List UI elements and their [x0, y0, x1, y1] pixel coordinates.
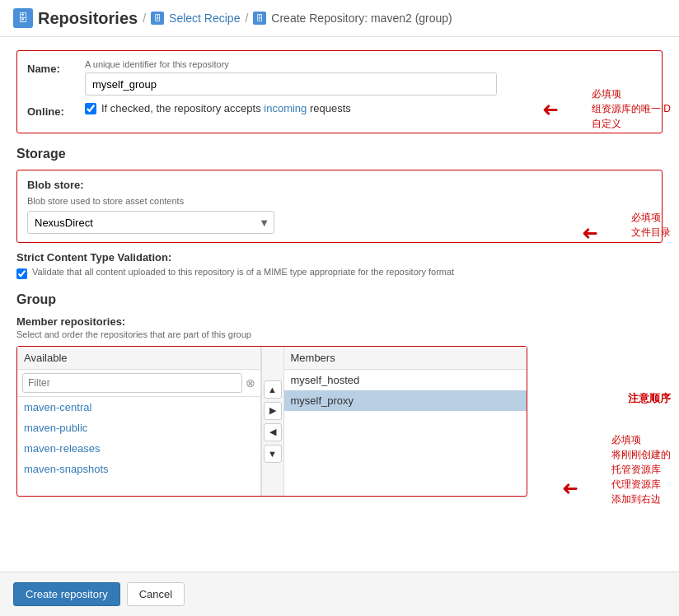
group-title: Group [16, 292, 663, 307]
select-recipe-link[interactable]: Select Recipe [169, 12, 240, 25]
list-item[interactable]: myself_proxy [284, 390, 527, 411]
blob-label: Blob store: [27, 179, 652, 191]
members-panel: Members myself_hosted myself_proxy [284, 347, 527, 496]
validation-checkbox-row: Validate that all content uploaded to th… [16, 267, 663, 279]
blob-select-wrapper: NexusDirect default ▼ [27, 211, 274, 234]
move-up-button[interactable]: ▲ [264, 380, 282, 399]
list-item[interactable]: myself_hosted [284, 370, 527, 390]
available-panel: Available ⊗ maven-central maven-public m… [17, 347, 261, 496]
blob-select[interactable]: NexusDirect default [27, 211, 274, 234]
group-section: Group Member repositories: Select and or… [16, 292, 663, 497]
list-item[interactable]: maven-public [17, 418, 260, 438]
validation-hint: Validate that all content uploaded to th… [32, 267, 454, 277]
validation-checkbox[interactable] [16, 268, 27, 279]
annotation-required-2: 必填项 文件目录 ➜ [631, 210, 671, 240]
repositories-panel: Available ⊗ maven-central maven-public m… [16, 346, 527, 497]
online-field-content: If checked, the repository accepts incom… [85, 102, 652, 114]
select-recipe-icon: 🗄 [151, 12, 164, 25]
filter-row: ⊗ [17, 370, 260, 397]
online-checkbox-row: If checked, the repository accepts incom… [85, 102, 652, 114]
member-list: myself_hosted myself_proxy [284, 370, 527, 485]
available-header: Available [17, 347, 260, 370]
main-content: Name: A unique identifier for this repos… [0, 37, 679, 523]
annotation-order: 注意顺序 [628, 391, 671, 406]
clear-filter-icon[interactable]: ⊗ [246, 377, 255, 389]
member-repositories-label: Member repositories: [16, 315, 663, 328]
member-repositories-hint: Select and order the repositories that a… [16, 329, 663, 339]
members-header: Members [284, 347, 527, 370]
available-repo-list: maven-central maven-public maven-release… [17, 397, 260, 496]
annotation-required-1: 必填项 组资源库的唯一ID 自定义 ➜ [592, 86, 671, 131]
list-item[interactable]: maven-snapshots [17, 459, 260, 479]
validation-title: Strict Content Type Validation: [16, 251, 663, 264]
footer-bar: Create repository Cancel [0, 572, 679, 616]
incoming-link: incoming [264, 102, 307, 114]
name-online-section: Name: A unique identifier for this repos… [16, 50, 663, 133]
transfer-buttons: ▲ ▶ ◀ ▼ [261, 347, 284, 496]
online-hint: If checked, the repository accepts incom… [101, 102, 351, 114]
main-db-icon: 🗄 [13, 8, 33, 28]
breadcrumb-bar: 🗄 Repositories / 🗄 Select Recipe / 🗄 Cre… [0, 0, 679, 37]
create-repo-icon: 🗄 [253, 12, 266, 25]
name-label: Name: [27, 59, 85, 75]
breadcrumb-current: Create Repository: maven2 (group) [271, 12, 452, 25]
validation-box: Strict Content Type Validation: Validate… [16, 251, 663, 279]
sep2: / [245, 12, 248, 25]
name-hint: A unique identifier for this repository [85, 59, 652, 69]
move-down-button[interactable]: ▼ [264, 445, 282, 463]
move-right-button[interactable]: ▶ [264, 402, 282, 420]
blob-store-box: Blob store: Blob store used to store ass… [16, 170, 663, 243]
list-item[interactable]: maven-central [17, 397, 260, 418]
name-input[interactable] [85, 72, 497, 96]
breadcrumb-title: Repositories [38, 9, 138, 28]
sep1: / [143, 12, 146, 25]
storage-section: Storage Blob store: Blob store used to s… [16, 147, 663, 279]
filter-input[interactable] [22, 373, 242, 393]
blob-hint: Blob store used to store asset contents [27, 196, 652, 206]
online-checkbox[interactable] [85, 103, 96, 114]
name-field-row: Name: A unique identifier for this repos… [27, 59, 652, 96]
page-wrapper: 🗄 Repositories / 🗄 Select Recipe / 🗄 Cre… [0, 0, 679, 616]
name-field-content: A unique identifier for this repository [85, 59, 652, 96]
cancel-button[interactable]: Cancel [127, 582, 185, 606]
storage-title: Storage [16, 147, 663, 161]
annotation-required-4: 必填项 将刚刚创建的 托管资源库 代理资源库 添加到右边 ➜ [611, 432, 671, 506]
list-item[interactable]: maven-releases [17, 438, 260, 459]
online-label: Online: [27, 102, 85, 118]
move-left-button[interactable]: ◀ [264, 423, 282, 441]
create-repository-button[interactable]: Create repository [13, 582, 120, 606]
